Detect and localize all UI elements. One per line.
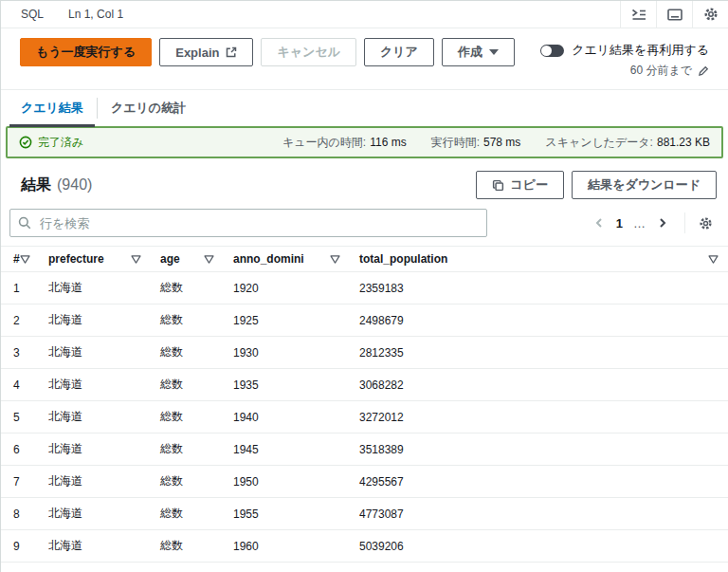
cell-age: 総数 [151, 369, 224, 401]
tab-divider [97, 98, 98, 119]
result-tabs: クエリ結果 クエリの統計 [1, 90, 728, 126]
chevron-left-icon [594, 218, 604, 228]
table-row: 5北海道総数19403272012 [1, 401, 728, 434]
caret-down-icon [489, 49, 499, 55]
cell-age: 総数 [151, 401, 224, 434]
table-body: 1北海道総数192023591832北海道総数192524986793北海道総数… [1, 272, 728, 572]
cell-anno-domini: 1945 [224, 434, 350, 466]
editor-settings-button[interactable] [692, 1, 728, 28]
cell-index: 3 [1, 337, 39, 369]
tab-query-stats[interactable]: クエリの統計 [100, 90, 197, 127]
query-actions-row: もう一度実行する Explain キャンセル クリア 作成 クエリ結果を再利用す… [1, 28, 728, 90]
search-input[interactable] [9, 209, 487, 237]
cell-prefecture: 北海道 [39, 530, 151, 563]
copy-icon [492, 179, 504, 192]
cell-anno-domini: 1940 [224, 401, 350, 434]
shortcuts-button[interactable] [656, 1, 692, 28]
column-header-anno-domini[interactable]: anno_domini [224, 247, 350, 272]
external-link-icon [226, 46, 237, 58]
column-label: # [13, 252, 20, 266]
cell-index: 7 [1, 466, 39, 498]
table-preferences-button[interactable] [694, 212, 717, 234]
search-icon [18, 216, 31, 230]
metric-run-time: 実行時間:578 ms [431, 135, 521, 151]
cell-total-population: 5039206 [350, 530, 728, 563]
cell-index: 8 [1, 498, 39, 530]
cell-total-population: 4773087 [350, 498, 728, 530]
metric-data-scanned: スキャンしたデータ:881.23 KB [545, 135, 710, 151]
column-header-prefecture[interactable]: prefecture [39, 247, 151, 272]
gear-icon [699, 216, 713, 231]
cell-prefecture: 北海道 [39, 401, 151, 434]
metric-value: 116 ms [370, 136, 406, 149]
filter-icon[interactable] [330, 255, 340, 264]
create-button[interactable]: 作成 [442, 38, 515, 66]
page-ellipsis: … [628, 216, 651, 231]
reuse-results-label: クエリ結果を再利用する [572, 42, 709, 59]
cell-age: 総数 [151, 434, 224, 466]
explain-button[interactable]: Explain [159, 38, 253, 66]
editor-icon-group [620, 1, 728, 28]
cell-anno-domini: 1965 [224, 563, 350, 572]
cell-prefecture: 北海道 [39, 466, 151, 498]
pagination: 1 … [588, 212, 717, 234]
metric-label: キュー内の時間: [282, 136, 366, 149]
cell-prefecture: 北海道 [39, 498, 151, 530]
results-title: 結果 [21, 175, 51, 195]
cell-index: 4 [1, 369, 39, 401]
results-count: (940) [57, 176, 92, 194]
query-status-banner: 完了済み キュー内の時間:116 ms 実行時間:578 ms スキャンしたデー… [6, 126, 723, 158]
metric-label: スキャンしたデータ: [545, 136, 653, 149]
cell-anno-domini: 1935 [224, 369, 350, 401]
metric-queue-time: キュー内の時間:116 ms [282, 135, 407, 151]
cell-total-population: 2812335 [350, 337, 728, 369]
results-header: 結果 (940) コピー 結果をダウンロード [1, 158, 728, 205]
edit-pencil-icon[interactable] [698, 65, 709, 77]
reuse-results-toggle[interactable] [540, 45, 564, 57]
table-row: 3北海道総数19302812335 [1, 337, 728, 369]
cell-prefecture: 北海道 [39, 272, 151, 304]
table-row: 6北海道総数19453518389 [1, 434, 728, 466]
filter-icon[interactable] [131, 255, 141, 264]
cell-anno-domini: 1925 [224, 304, 350, 337]
cell-total-population: 3518389 [350, 434, 728, 466]
cell-age: 総数 [151, 272, 224, 304]
filter-icon[interactable] [20, 255, 30, 264]
column-header-index[interactable]: # [1, 247, 39, 272]
page-number[interactable]: 1 [610, 216, 628, 231]
prev-page-button[interactable] [588, 212, 610, 234]
run-again-button[interactable]: もう一度実行する [20, 38, 152, 66]
column-header-age[interactable]: age [151, 247, 224, 272]
clear-button[interactable]: クリア [364, 38, 434, 66]
format-query-button[interactable] [620, 1, 656, 28]
table-row: 2北海道総数19252498679 [1, 304, 728, 337]
filter-icon[interactable] [708, 255, 719, 264]
table-row: 8北海道総数19554773087 [1, 498, 728, 530]
status-state-label: 完了済み [38, 135, 83, 151]
cell-total-population: 4295567 [350, 466, 728, 498]
cursor-position: Ln 1, Col 1 [68, 8, 123, 21]
cell-index: 6 [1, 434, 39, 466]
reuse-results-block: クエリ結果を再利用する 60 分前まで [540, 38, 709, 79]
cancel-button[interactable]: キャンセル [261, 38, 356, 66]
copy-button[interactable]: コピー [476, 171, 565, 199]
editor-mode-label: SQL [21, 8, 44, 21]
column-header-total-population[interactable]: total_population [350, 247, 728, 272]
cell-prefecture: 北海道 [39, 369, 151, 401]
cell-prefecture: 北海道 [39, 337, 151, 369]
filter-icon[interactable] [204, 255, 214, 264]
column-label: prefecture [48, 252, 104, 266]
results-toolbar: 1 … [1, 205, 728, 237]
cell-age: 総数 [151, 563, 224, 572]
table-row: 9北海道総数19605039206 [1, 530, 728, 563]
next-page-button[interactable] [651, 212, 674, 234]
format-icon [631, 8, 646, 21]
cell-total-population: 2359183 [350, 272, 728, 304]
cell-anno-domini: 1920 [224, 272, 350, 304]
tab-query-results[interactable]: クエリ結果 [9, 90, 95, 127]
download-results-button[interactable]: 結果をダウンロード [572, 171, 717, 199]
editor-statusbar: SQL Ln 1, Col 1 [1, 1, 728, 28]
table-row: 1北海道総数19202359183 [1, 272, 728, 304]
create-label: 作成 [458, 44, 482, 61]
cell-age: 総数 [151, 337, 224, 369]
